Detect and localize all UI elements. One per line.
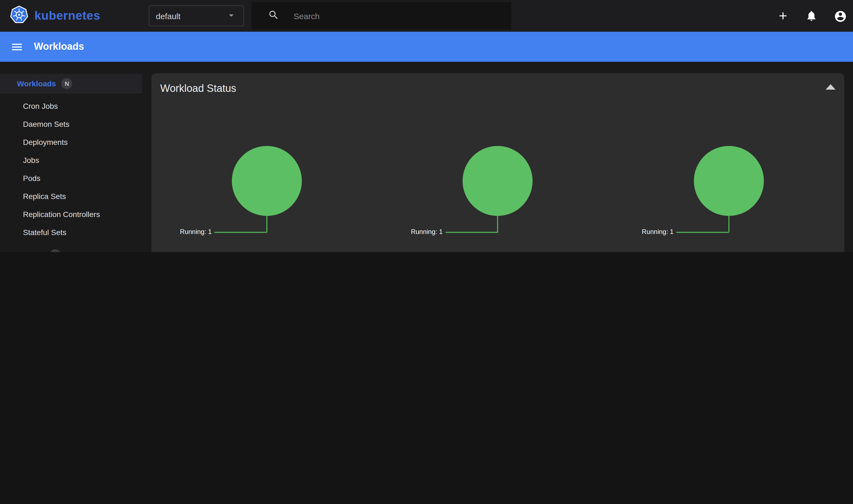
app-bar: Workloads — [0, 32, 853, 62]
sidebar-item-replica-sets[interactable]: Replica Sets — [0, 187, 142, 205]
sidebar-item-deployments[interactable]: Deployments — [0, 133, 142, 151]
pie-slice-label: Running: 1 — [642, 228, 674, 236]
sidebar-item-pods[interactable]: Pods — [0, 169, 142, 187]
sidebar-item-service[interactable]: ServiceN — [0, 246, 142, 252]
sidebar-item-replication-controllers[interactable]: Replication Controllers — [0, 205, 142, 223]
sidebar-item-label: Deployments — [23, 138, 68, 146]
sidebar-item-daemon-sets[interactable]: Daemon Sets — [0, 115, 142, 133]
new-badge: N — [50, 249, 61, 252]
pie-slice-label: Running: 1 — [411, 228, 443, 236]
notifications-bell-icon[interactable] — [805, 10, 817, 22]
leader-line-vertical — [728, 216, 729, 232]
sidebar-item-label: Replica Sets — [23, 192, 66, 200]
create-plus-icon[interactable] — [777, 10, 789, 22]
sidebar-item-label: Workloads — [17, 79, 56, 88]
leader-line-horizontal — [676, 232, 729, 233]
search-bar — [251, 2, 511, 30]
chart-title: Pods — [383, 251, 614, 252]
brand-name: kubernetes — [34, 9, 100, 23]
leader-line-horizontal — [445, 232, 498, 233]
sidebar-item-label: Cron Jobs — [23, 102, 58, 110]
search-input[interactable] — [292, 11, 492, 21]
sidebar-item-label: Jobs — [23, 156, 39, 164]
pie-pods[interactable] — [463, 146, 533, 216]
workload-status-charts: Running: 1DeploymentsRunning: 1PodsRunni… — [152, 146, 844, 252]
sidebar-item-cron-jobs[interactable]: Cron Jobs — [0, 97, 142, 115]
workload-chart-pods: Running: 1Pods — [383, 146, 614, 252]
workload-status-card: Workload Status Running: 1DeploymentsRun… — [152, 73, 844, 252]
search-icon — [268, 9, 280, 23]
workload-chart-deployments: Running: 1Deployments — [152, 146, 383, 252]
account-avatar-icon[interactable] — [834, 10, 846, 22]
sidebar-item-label: Stateful Sets — [23, 228, 67, 236]
leader-line-horizontal — [214, 232, 267, 233]
sidebar-item-label: Pods — [23, 174, 40, 182]
page-body: WorkloadsNCron JobsDaemon SetsDeployment… — [0, 62, 853, 252]
new-badge: N — [61, 78, 72, 89]
pie-slice-label: Running: 1 — [180, 228, 212, 236]
namespace-selector[interactable]: default — [149, 5, 244, 26]
chevron-down-icon — [226, 10, 237, 22]
kubernetes-logo-icon — [10, 5, 29, 26]
chart-title: Deployments — [152, 251, 383, 252]
sidebar-item-workloads[interactable]: WorkloadsN — [0, 74, 142, 93]
workload-status-title: Workload Status — [152, 73, 844, 94]
main-content: Workload Status Running: 1DeploymentsRun… — [142, 62, 853, 252]
sidebar-item-jobs[interactable]: Jobs — [0, 151, 142, 169]
leader-line-vertical — [497, 216, 498, 232]
sidebar-item-stateful-sets[interactable]: Stateful Sets — [0, 223, 142, 241]
sidebar-nav: WorkloadsNCron JobsDaemon SetsDeployment… — [0, 62, 142, 252]
pie-replica-sets[interactable] — [694, 146, 764, 216]
leader-line-vertical — [266, 216, 267, 232]
sidebar-item-label: Replication Controllers — [23, 210, 100, 218]
sidebar-item-label: Service — [17, 250, 44, 252]
brand[interactable]: kubernetes — [0, 5, 100, 26]
pie-deployments[interactable] — [232, 146, 302, 216]
kubernetes-dashboard: kubernetes default — [0, 0, 853, 252]
top-bar: kubernetes default — [0, 0, 853, 32]
top-actions — [777, 10, 846, 22]
namespace-value: default — [156, 11, 180, 20]
chart-title: Replica Sets — [613, 251, 844, 252]
menu-hamburger-icon[interactable] — [11, 40, 23, 53]
workload-chart-replica-sets: Running: 1Replica Sets — [613, 146, 844, 252]
sidebar-item-label: Daemon Sets — [23, 120, 69, 128]
page-title: Workloads — [34, 41, 84, 53]
collapse-card-icon[interactable] — [826, 84, 835, 90]
